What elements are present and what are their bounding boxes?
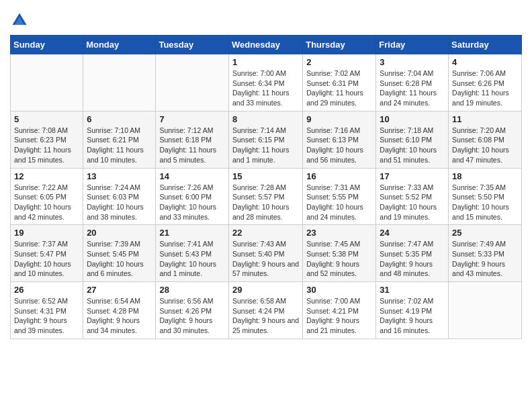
calendar-cell: 23Sunrise: 7:45 AM Sunset: 5:38 PM Dayli… bbox=[303, 225, 376, 282]
day-header-tuesday: Tuesday bbox=[156, 36, 229, 54]
day-info: Sunrise: 7:00 AM Sunset: 4:21 PM Dayligh… bbox=[306, 296, 372, 336]
calendar-cell: 30Sunrise: 7:00 AM Sunset: 4:21 PM Dayli… bbox=[303, 282, 376, 339]
calendar-cell: 3Sunrise: 7:04 AM Sunset: 6:28 PM Daylig… bbox=[376, 54, 449, 111]
day-number: 5 bbox=[14, 114, 79, 124]
calendar-cell bbox=[156, 54, 229, 111]
calendar-cell bbox=[11, 54, 83, 111]
calendar-cell: 4Sunrise: 7:06 AM Sunset: 6:26 PM Daylig… bbox=[449, 54, 522, 111]
days-header-row: SundayMondayTuesdayWednesdayThursdayFrid… bbox=[11, 36, 522, 54]
calendar-cell: 24Sunrise: 7:47 AM Sunset: 5:35 PM Dayli… bbox=[376, 225, 449, 282]
day-info: Sunrise: 7:47 AM Sunset: 5:35 PM Dayligh… bbox=[380, 239, 445, 279]
calendar-cell: 11Sunrise: 7:20 AM Sunset: 6:08 PM Dayli… bbox=[449, 111, 522, 168]
day-header-wednesday: Wednesday bbox=[228, 36, 302, 54]
day-number: 10 bbox=[380, 114, 445, 124]
day-info: Sunrise: 7:06 AM Sunset: 6:26 PM Dayligh… bbox=[452, 68, 518, 108]
day-info: Sunrise: 7:00 AM Sunset: 6:34 PM Dayligh… bbox=[232, 68, 299, 108]
calendar-cell: 29Sunrise: 6:58 AM Sunset: 4:24 PM Dayli… bbox=[228, 282, 302, 339]
calendar-cell: 5Sunrise: 7:08 AM Sunset: 6:23 PM Daylig… bbox=[11, 111, 83, 168]
calendar-cell: 28Sunrise: 6:56 AM Sunset: 4:26 PM Dayli… bbox=[156, 282, 229, 339]
day-info: Sunrise: 7:43 AM Sunset: 5:40 PM Dayligh… bbox=[232, 239, 299, 279]
day-number: 18 bbox=[452, 171, 518, 181]
calendar-cell: 18Sunrise: 7:35 AM Sunset: 5:50 PM Dayli… bbox=[449, 168, 522, 225]
calendar-cell: 25Sunrise: 7:49 AM Sunset: 5:33 PM Dayli… bbox=[449, 225, 522, 282]
calendar-cell: 21Sunrise: 7:41 AM Sunset: 5:43 PM Dayli… bbox=[156, 225, 229, 282]
day-number: 27 bbox=[87, 285, 152, 295]
week-row-4: 19Sunrise: 7:37 AM Sunset: 5:47 PM Dayli… bbox=[11, 225, 522, 282]
day-header-friday: Friday bbox=[376, 36, 449, 54]
day-info: Sunrise: 7:04 AM Sunset: 6:28 PM Dayligh… bbox=[380, 68, 445, 108]
calendar-cell: 14Sunrise: 7:26 AM Sunset: 6:00 PM Dayli… bbox=[156, 168, 229, 225]
day-number: 30 bbox=[306, 285, 372, 295]
day-info: Sunrise: 7:33 AM Sunset: 5:52 PM Dayligh… bbox=[380, 183, 445, 222]
day-info: Sunrise: 7:20 AM Sunset: 6:08 PM Dayligh… bbox=[452, 126, 518, 165]
day-number: 1 bbox=[232, 57, 299, 67]
calendar-cell: 22Sunrise: 7:43 AM Sunset: 5:40 PM Dayli… bbox=[228, 225, 302, 282]
calendar-cell: 13Sunrise: 7:24 AM Sunset: 6:03 PM Dayli… bbox=[83, 168, 156, 225]
day-number: 3 bbox=[380, 57, 445, 67]
calendar-cell: 15Sunrise: 7:28 AM Sunset: 5:57 PM Dayli… bbox=[228, 168, 302, 225]
calendar-cell: 16Sunrise: 7:31 AM Sunset: 5:55 PM Dayli… bbox=[303, 168, 376, 225]
calendar-cell: 2Sunrise: 7:02 AM Sunset: 6:31 PM Daylig… bbox=[303, 54, 376, 111]
day-number: 29 bbox=[232, 285, 299, 295]
calendar-cell bbox=[449, 282, 522, 339]
day-info: Sunrise: 7:37 AM Sunset: 5:47 PM Dayligh… bbox=[14, 239, 79, 279]
day-number: 9 bbox=[306, 114, 372, 124]
day-info: Sunrise: 6:58 AM Sunset: 4:24 PM Dayligh… bbox=[232, 296, 299, 336]
day-info: Sunrise: 7:16 AM Sunset: 6:13 PM Dayligh… bbox=[306, 126, 372, 165]
day-number: 7 bbox=[159, 114, 225, 124]
calendar-cell: 20Sunrise: 7:39 AM Sunset: 5:45 PM Dayli… bbox=[83, 225, 156, 282]
calendar-cell: 26Sunrise: 6:52 AM Sunset: 4:31 PM Dayli… bbox=[11, 282, 83, 339]
day-info: Sunrise: 7:31 AM Sunset: 5:55 PM Dayligh… bbox=[306, 183, 372, 222]
week-row-1: 1Sunrise: 7:00 AM Sunset: 6:34 PM Daylig… bbox=[11, 54, 522, 111]
calendar-cell: 6Sunrise: 7:10 AM Sunset: 6:21 PM Daylig… bbox=[83, 111, 156, 168]
calendar-cell bbox=[83, 54, 156, 111]
calendar-cell: 19Sunrise: 7:37 AM Sunset: 5:47 PM Dayli… bbox=[11, 225, 83, 282]
day-number: 11 bbox=[452, 114, 518, 124]
day-info: Sunrise: 7:12 AM Sunset: 6:18 PM Dayligh… bbox=[159, 126, 225, 165]
day-number: 2 bbox=[306, 57, 372, 67]
logo bbox=[10, 11, 30, 30]
day-number: 31 bbox=[380, 285, 445, 295]
calendar-cell: 12Sunrise: 7:22 AM Sunset: 6:05 PM Dayli… bbox=[11, 168, 83, 225]
day-number: 15 bbox=[232, 171, 299, 181]
day-info: Sunrise: 7:41 AM Sunset: 5:43 PM Dayligh… bbox=[159, 239, 225, 279]
header bbox=[10, 7, 522, 30]
calendar-cell: 1Sunrise: 7:00 AM Sunset: 6:34 PM Daylig… bbox=[228, 54, 302, 111]
day-number: 25 bbox=[452, 228, 518, 238]
day-number: 13 bbox=[87, 171, 152, 181]
calendar: SundayMondayTuesdayWednesdayThursdayFrid… bbox=[10, 35, 522, 339]
day-number: 12 bbox=[14, 171, 79, 181]
calendar-cell: 9Sunrise: 7:16 AM Sunset: 6:13 PM Daylig… bbox=[303, 111, 376, 168]
day-info: Sunrise: 7:24 AM Sunset: 6:03 PM Dayligh… bbox=[87, 183, 152, 222]
day-number: 26 bbox=[14, 285, 79, 295]
day-info: Sunrise: 7:02 AM Sunset: 6:31 PM Dayligh… bbox=[306, 68, 372, 108]
page: SundayMondayTuesdayWednesdayThursdayFrid… bbox=[0, 0, 532, 411]
week-row-5: 26Sunrise: 6:52 AM Sunset: 4:31 PM Dayli… bbox=[11, 282, 522, 339]
day-number: 21 bbox=[159, 228, 225, 238]
day-info: Sunrise: 7:35 AM Sunset: 5:50 PM Dayligh… bbox=[452, 183, 518, 222]
day-info: Sunrise: 7:28 AM Sunset: 5:57 PM Dayligh… bbox=[232, 183, 299, 222]
day-info: Sunrise: 7:08 AM Sunset: 6:23 PM Dayligh… bbox=[14, 126, 79, 165]
day-number: 24 bbox=[380, 228, 445, 238]
day-number: 4 bbox=[452, 57, 518, 67]
logo-icon bbox=[10, 11, 29, 30]
day-info: Sunrise: 7:14 AM Sunset: 6:15 PM Dayligh… bbox=[232, 126, 299, 165]
day-number: 20 bbox=[87, 228, 152, 238]
day-number: 16 bbox=[306, 171, 372, 181]
day-header-thursday: Thursday bbox=[303, 36, 376, 54]
calendar-cell: 27Sunrise: 6:54 AM Sunset: 4:28 PM Dayli… bbox=[83, 282, 156, 339]
day-info: Sunrise: 7:18 AM Sunset: 6:10 PM Dayligh… bbox=[380, 126, 445, 165]
day-info: Sunrise: 7:39 AM Sunset: 5:45 PM Dayligh… bbox=[87, 239, 152, 279]
day-number: 17 bbox=[380, 171, 445, 181]
day-number: 22 bbox=[232, 228, 299, 238]
day-info: Sunrise: 7:26 AM Sunset: 6:00 PM Dayligh… bbox=[159, 183, 225, 222]
day-info: Sunrise: 6:54 AM Sunset: 4:28 PM Dayligh… bbox=[87, 296, 152, 336]
day-number: 6 bbox=[87, 114, 152, 124]
day-number: 23 bbox=[306, 228, 372, 238]
day-number: 8 bbox=[232, 114, 299, 124]
calendar-cell: 7Sunrise: 7:12 AM Sunset: 6:18 PM Daylig… bbox=[156, 111, 229, 168]
day-info: Sunrise: 7:22 AM Sunset: 6:05 PM Dayligh… bbox=[14, 183, 79, 222]
day-info: Sunrise: 6:52 AM Sunset: 4:31 PM Dayligh… bbox=[14, 296, 79, 336]
day-number: 19 bbox=[14, 228, 79, 238]
day-info: Sunrise: 7:45 AM Sunset: 5:38 PM Dayligh… bbox=[306, 239, 372, 279]
